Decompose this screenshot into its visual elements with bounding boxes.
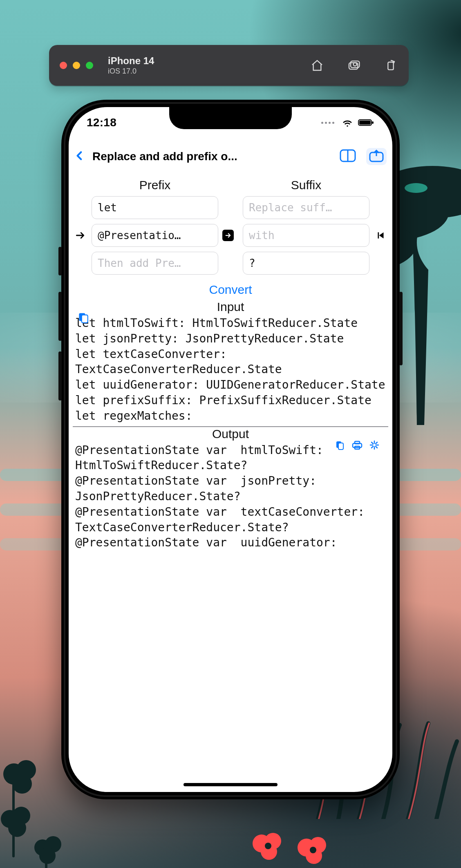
prefix-replace-input[interactable]: let (92, 196, 218, 219)
svg-line-48 (376, 446, 377, 448)
rotate-button[interactable] (383, 58, 398, 73)
arrow-right-boxed-icon (224, 232, 232, 239)
ringer-switch (58, 247, 62, 275)
home-button[interactable] (310, 58, 324, 73)
chevron-left-icon (74, 148, 85, 163)
left-arrow-button[interactable] (73, 230, 87, 241)
wifi-icon (342, 118, 353, 127)
minimize-window-icon[interactable] (73, 62, 80, 69)
arrow-right-icon (75, 230, 85, 241)
suffix-add-input[interactable]: ? (243, 252, 369, 275)
rotate-icon (384, 59, 397, 72)
screen: 12:18 Replace and add prefix o... (69, 107, 392, 792)
sparkle-button[interactable] (369, 440, 379, 451)
skip-start-button[interactable] (374, 230, 388, 241)
prefix-with-input[interactable]: @Presentatio… (92, 224, 218, 247)
output-actions (335, 440, 379, 451)
screenshot-button[interactable] (347, 58, 361, 73)
svg-line-47 (371, 442, 373, 444)
svg-rect-31 (372, 121, 374, 124)
iphone-frame: 12:18 Replace and add prefix o... (61, 100, 400, 799)
copy-icon (335, 440, 345, 451)
simulator-toolbar: iPhone 14 iOS 17.0 (49, 45, 409, 86)
svg-rect-35 (378, 232, 379, 238)
split-view-button[interactable] (339, 149, 356, 164)
flowers (245, 819, 351, 868)
svg-point-24 (310, 847, 316, 853)
camera-stack-icon (347, 59, 360, 72)
skip-start-icon (376, 230, 386, 241)
copy-button[interactable] (335, 440, 345, 451)
zoom-window-icon[interactable] (86, 62, 93, 69)
paste-button[interactable] (78, 311, 88, 325)
prefix-add-input[interactable]: Then add Pre… (92, 252, 218, 275)
suffix-with-input[interactable]: with (243, 224, 369, 247)
svg-rect-41 (355, 441, 360, 444)
svg-point-27 (354, 63, 357, 66)
home-indicator[interactable] (184, 783, 277, 786)
output-code[interactable]: @PresentationState var htmlToSwift: Html… (73, 441, 388, 551)
paste-icon (78, 311, 88, 324)
print-button[interactable] (351, 440, 363, 451)
cell-dots-icon (321, 122, 334, 124)
columns-icon (339, 149, 356, 163)
svg-point-8 (12, 774, 32, 794)
svg-rect-28 (388, 62, 393, 70)
svg-point-4 (405, 183, 427, 193)
svg-rect-39 (338, 443, 343, 450)
simulator-title: iPhone 14 iOS 17.0 (108, 55, 154, 76)
share-up-icon (368, 149, 385, 163)
volume-down (58, 351, 62, 400)
device-os: iOS 17.0 (108, 67, 154, 76)
output-section-title: Output (73, 427, 388, 441)
convert-button[interactable]: Convert (73, 275, 388, 300)
home-icon (311, 59, 324, 72)
svg-line-50 (371, 446, 373, 448)
svg-rect-37 (82, 315, 88, 323)
svg-rect-15 (12, 784, 15, 857)
device-name: iPhone 14 (108, 55, 154, 67)
battery-icon (358, 119, 374, 127)
content: Prefix Suffix let Replace suff… @Present… (69, 176, 392, 792)
svg-line-49 (376, 442, 377, 444)
window-traffic-lights[interactable] (60, 62, 93, 69)
share-button[interactable] (366, 148, 387, 165)
close-window-icon[interactable] (60, 62, 67, 69)
svg-rect-16 (45, 856, 47, 868)
sparkle-icon (369, 440, 379, 450)
input-code[interactable]: let htmlToSwift: HtmlToSwiftReducer.Stat… (73, 314, 388, 424)
input-section-title: Input (73, 300, 388, 314)
page-title: Replace and add prefix o... (92, 150, 237, 163)
volume-up (58, 292, 62, 341)
svg-rect-30 (359, 121, 371, 125)
clock: 12:18 (87, 116, 116, 129)
nav-bar: Replace and add prefix o... (69, 142, 392, 171)
side-button (399, 292, 403, 365)
prefix-header: Prefix (92, 176, 218, 196)
svg-point-11 (8, 819, 26, 837)
back-button[interactable] (74, 148, 85, 165)
status-icons (321, 118, 374, 127)
suffix-replace-input[interactable]: Replace suff… (243, 196, 369, 219)
printer-icon (351, 440, 363, 450)
svg-point-23 (265, 843, 271, 849)
center-arrow-button[interactable] (222, 230, 234, 241)
notch (169, 107, 292, 129)
suffix-header: Suffix (243, 176, 369, 196)
